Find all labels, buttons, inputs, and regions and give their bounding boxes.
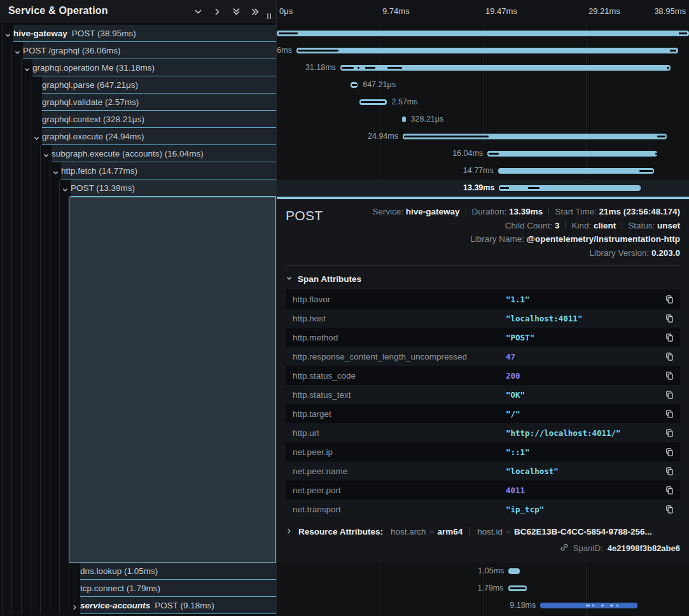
resource-attributes-preview: host.arch=arm64host.id=BC62E13B-C4CC-585…: [391, 527, 652, 536]
span-row[interactable]: http.fetch (14.77ms): [0, 162, 276, 179]
resource-attributes-toggle[interactable]: Resource Attributes: host.arch=arm64host…: [286, 527, 680, 536]
indent-guide: [11, 42, 12, 59]
span-operation-name: graphql.parse (647.21μs): [42, 80, 138, 90]
indent-guide: [11, 597, 12, 614]
column-divider[interactable]: [276, 0, 277, 616]
attribute-key: net.peer.ip: [286, 447, 506, 457]
timeline-row[interactable]: 24.94ms: [277, 128, 689, 145]
copy-icon[interactable]: [665, 428, 674, 438]
link-icon[interactable]: [560, 543, 569, 554]
span-row[interactable]: POST (13.39ms): [0, 179, 276, 197]
copy-icon[interactable]: [665, 352, 674, 361]
double-chevron-right-icon[interactable]: [250, 6, 261, 17]
copy-icon[interactable]: [665, 295, 674, 304]
span-row[interactable]: dns.lookup (1.05ms): [0, 563, 276, 580]
timeline-row[interactable]: 13.39ms: [277, 179, 689, 197]
span-row[interactable]: hive-gatewayPOST (38.95ms): [0, 25, 276, 42]
span-bar[interactable]: [351, 82, 358, 88]
span-bar[interactable]: [340, 65, 671, 71]
attribute-key: http.method: [286, 333, 506, 342]
span-tree-header: Service & Operation: [0, 0, 276, 23]
child-span-marker: [655, 153, 657, 155]
indent-guide: [50, 580, 50, 597]
chevron-down-icon[interactable]: [62, 185, 69, 192]
timeline-row[interactable]: 647.21μs: [277, 76, 689, 94]
chevron-right-icon[interactable]: [71, 602, 78, 609]
span-row[interactable]: tcp.connect (1.79ms): [0, 580, 276, 597]
copy-icon[interactable]: [665, 371, 674, 381]
copy-icon[interactable]: [665, 486, 674, 495]
timeline-row[interactable]: 14.77ms: [277, 162, 689, 179]
span-row[interactable]: subgraph.execute (accounts) (16.04ms): [0, 145, 276, 162]
copy-icon[interactable]: [665, 505, 674, 514]
indent-guide: [2, 128, 3, 145]
indent-guide: [2, 145, 3, 162]
attribute-value: 4011: [506, 486, 665, 495]
chevron-down-icon[interactable]: [33, 133, 40, 140]
indent-guide: [40, 145, 41, 162]
copy-icon[interactable]: [665, 390, 674, 400]
chevron-down-icon[interactable]: [52, 167, 59, 174]
meta-separator: [565, 221, 566, 229]
span-bar[interactable]: [508, 585, 527, 591]
resource-separator: [470, 527, 470, 536]
timeline-row[interactable]: 16.04ms: [277, 145, 689, 162]
timeline-row[interactable]: 31.18ms: [277, 59, 689, 76]
copy-icon[interactable]: [665, 466, 674, 476]
span-duration-label: 9.18ms: [510, 597, 536, 614]
timeline-row[interactable]: 1.79ms: [277, 580, 689, 597]
chevron-down-icon[interactable]: [24, 64, 31, 71]
indent-guide: [40, 162, 41, 179]
chevron-down-icon[interactable]: [4, 30, 11, 37]
span-bar[interactable]: [508, 568, 519, 574]
span-attributes-toggle[interactable]: Span Attributes: [286, 274, 680, 284]
timeline-row[interactable]: 9.18ms: [277, 597, 689, 614]
timeline-row[interactable]: 1.05ms: [277, 563, 689, 580]
meta-separator: [466, 207, 466, 215]
chevron-down-icon[interactable]: [14, 47, 21, 54]
span-bar[interactable]: [277, 31, 689, 36]
span-operation-name: graphql.validate (2.57ms): [42, 97, 139, 107]
span-bar[interactable]: [402, 116, 405, 122]
child-span-marker: [279, 32, 298, 34]
span-bar[interactable]: [359, 99, 387, 105]
axis-tick-label: 0μs: [279, 6, 293, 16]
span-row[interactable]: graphql.parse (647.21μs): [0, 76, 276, 94]
double-chevron-down-icon[interactable]: [231, 6, 242, 17]
span-bar[interactable]: [499, 185, 641, 191]
timeline-row[interactable]: [277, 25, 689, 42]
indent-guide: [59, 563, 60, 580]
column-resizer-handle[interactable]: [267, 10, 272, 22]
span-row[interactable]: service-accountsPOST (9.18ms): [0, 597, 276, 614]
copy-icon[interactable]: [665, 314, 674, 323]
span-bar[interactable]: [403, 134, 667, 139]
span-bar[interactable]: [498, 168, 655, 174]
span-bar[interactable]: [487, 151, 657, 157]
chevron-right-icon[interactable]: [212, 6, 223, 17]
span-row[interactable]: POST /graphql (36.06ms): [0, 42, 276, 59]
timeline-panel: 0μs9.74ms19.47ms29.21ms38.95ms 36.06ms31…: [277, 0, 689, 616]
child-span-marker: [404, 136, 489, 137]
timeline-row[interactable]: 36.06ms: [277, 42, 689, 59]
chevron-down-icon[interactable]: [43, 150, 50, 157]
span-row[interactable]: graphql.execute (24.94ms): [0, 128, 276, 145]
span-row[interactable]: graphql.operation Me (31.18ms): [0, 59, 276, 76]
indent-guide: [2, 94, 3, 111]
span-bar[interactable]: [540, 603, 637, 608]
span-row[interactable]: graphql.validate (2.57ms): [0, 94, 276, 111]
meta-key: Start Time:: [555, 207, 599, 216]
span-duration-label: 36.06ms: [277, 42, 292, 59]
attribute-key: http.target: [286, 409, 506, 419]
indent-guide: [21, 94, 22, 111]
chevron-down-icon[interactable]: [193, 6, 204, 17]
attribute-key: http.host: [286, 314, 506, 323]
attribute-row: http.status_code 200: [286, 366, 680, 385]
copy-icon[interactable]: [665, 447, 674, 457]
span-row[interactable]: graphql.context (328.21μs): [0, 111, 276, 128]
copy-icon[interactable]: [665, 333, 674, 342]
timeline-row[interactable]: 2.57ms: [277, 94, 689, 111]
span-operation-name: POST /graphql (36.06ms): [23, 46, 121, 55]
copy-icon[interactable]: [665, 409, 674, 419]
span-bar[interactable]: [296, 48, 678, 53]
timeline-row[interactable]: 328.21μs: [277, 111, 689, 128]
